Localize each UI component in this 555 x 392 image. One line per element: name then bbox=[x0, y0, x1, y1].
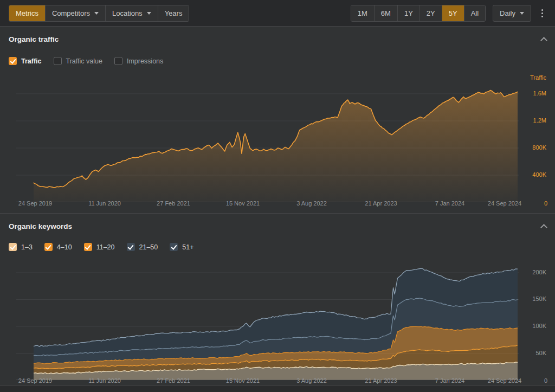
checkbox-checked-icon bbox=[84, 243, 92, 251]
x-tick: 11 Jun 2020 bbox=[80, 200, 129, 207]
tab-metrics-label: Metrics bbox=[16, 10, 38, 17]
y-tick: 50K bbox=[514, 350, 546, 356]
range-all[interactable]: All bbox=[464, 5, 485, 21]
tab-metrics[interactable]: Metrics bbox=[9, 5, 46, 21]
range-1m[interactable]: 1M bbox=[351, 5, 375, 21]
checkbox-checked-icon bbox=[127, 243, 135, 251]
organic-keywords-header: Organic keywords bbox=[9, 222, 546, 230]
y-axis-title: Traffic bbox=[514, 74, 546, 81]
organic-traffic-header: Organic traffic bbox=[9, 35, 546, 43]
checkbox-checked-icon bbox=[170, 243, 178, 251]
tab-competitors-label: Competitors bbox=[52, 10, 90, 17]
section-title: Organic traffic bbox=[9, 35, 59, 43]
granularity-label: Daily bbox=[500, 10, 515, 17]
x-tick: 3 Aug 2022 bbox=[287, 377, 336, 384]
x-tick: 21 Apr 2023 bbox=[357, 377, 405, 384]
tab-competitors[interactable]: Competitors bbox=[46, 5, 106, 21]
x-tick: 27 Feb 2021 bbox=[149, 200, 198, 207]
x-tick: 11 Jun 2020 bbox=[80, 377, 129, 384]
checkbox-checked-icon bbox=[9, 57, 17, 65]
checkbox-checked-icon bbox=[44, 243, 53, 251]
x-tick: 15 Nov 2021 bbox=[218, 377, 267, 384]
checkbox-empty-icon bbox=[114, 57, 122, 65]
checkbox-traffic-value[interactable]: Traffic value bbox=[54, 57, 102, 65]
range-6m[interactable]: 6M bbox=[375, 5, 398, 21]
x-tick: 7 Jan 2024 bbox=[425, 377, 474, 384]
range-1y[interactable]: 1Y bbox=[398, 5, 420, 21]
metric-tab-group: Metrics Competitors Locations Years bbox=[9, 5, 189, 22]
date-range-group: 1M 6M 1Y 2Y 5Y All bbox=[351, 5, 486, 22]
keywords-legend: 1–3 4–10 11–20 21–50 51+ bbox=[9, 243, 194, 251]
bottom-strip bbox=[0, 385, 555, 392]
analytics-dashboard: Metrics Competitors Locations Years 1M 6… bbox=[0, 0, 555, 392]
y-zero-label: 0 bbox=[544, 377, 547, 384]
checkbox-traffic[interactable]: Traffic bbox=[9, 57, 42, 65]
y-tick: 100K bbox=[514, 323, 546, 329]
checkbox-impressions[interactable]: Impressions bbox=[114, 57, 163, 65]
toolbar-right: 1M 6M 1Y 2Y 5Y All Daily bbox=[351, 5, 546, 22]
x-tick: 21 Apr 2023 bbox=[357, 200, 405, 207]
checkbox-11-20[interactable]: 11–20 bbox=[84, 243, 115, 251]
toolbar: Metrics Competitors Locations Years 1M 6… bbox=[0, 0, 555, 26]
collapse-chevron-up-icon[interactable] bbox=[540, 224, 547, 231]
x-tick: 3 Aug 2022 bbox=[287, 200, 336, 207]
tab-locations-label: Locations bbox=[112, 10, 143, 17]
chevron-down-icon bbox=[147, 12, 151, 15]
tab-locations[interactable]: Locations bbox=[106, 5, 158, 21]
granularity-dropdown[interactable]: Daily bbox=[493, 5, 531, 22]
section-title: Organic keywords bbox=[9, 222, 72, 230]
x-tick: 24 Sep 2019 bbox=[11, 377, 60, 384]
checkbox-21-50[interactable]: 21–50 bbox=[127, 243, 158, 251]
organic-traffic-section: Organic traffic Traffic Traffic value Im… bbox=[0, 26, 555, 213]
x-tick: 15 Nov 2021 bbox=[218, 200, 267, 207]
range-2y[interactable]: 2Y bbox=[420, 5, 442, 21]
y-tick: 1.2M bbox=[514, 117, 546, 124]
organic-keywords-section: Organic keywords 1–3 4–10 11–20 21–50 bbox=[0, 213, 555, 385]
x-tick: 24 Sep 2019 bbox=[11, 200, 60, 207]
x-tick: 24 Sep 2024 bbox=[480, 200, 529, 207]
chevron-down-icon bbox=[520, 12, 524, 15]
checkbox-1-3[interactable]: 1–3 bbox=[9, 243, 33, 251]
organic-traffic-chart[interactable] bbox=[16, 74, 519, 203]
checkbox-51-plus[interactable]: 51+ bbox=[170, 243, 193, 251]
y-tick: 400K bbox=[514, 171, 546, 178]
organic-keywords-chart[interactable] bbox=[16, 265, 519, 381]
tab-years-label: Years bbox=[165, 10, 183, 17]
y-tick: 800K bbox=[514, 144, 546, 151]
tab-years[interactable]: Years bbox=[158, 5, 189, 21]
y-tick: 1.6M bbox=[514, 90, 546, 97]
y-zero-label: 0 bbox=[544, 200, 547, 207]
x-tick: 24 Sep 2024 bbox=[480, 377, 529, 384]
chevron-down-icon bbox=[94, 12, 99, 15]
y-tick: 200K bbox=[514, 269, 546, 275]
checkbox-checked-icon bbox=[9, 243, 17, 251]
checkbox-4-10[interactable]: 4–10 bbox=[44, 243, 72, 251]
checkbox-empty-icon bbox=[54, 57, 62, 65]
traffic-legend: Traffic Traffic value Impressions bbox=[9, 57, 163, 65]
x-tick: 7 Jan 2024 bbox=[425, 200, 474, 207]
x-tick: 27 Feb 2021 bbox=[149, 377, 198, 384]
range-5y[interactable]: 5Y bbox=[442, 5, 464, 21]
y-tick: 150K bbox=[514, 295, 546, 302]
more-options-icon[interactable] bbox=[538, 7, 546, 20]
collapse-chevron-up-icon[interactable] bbox=[540, 37, 547, 44]
